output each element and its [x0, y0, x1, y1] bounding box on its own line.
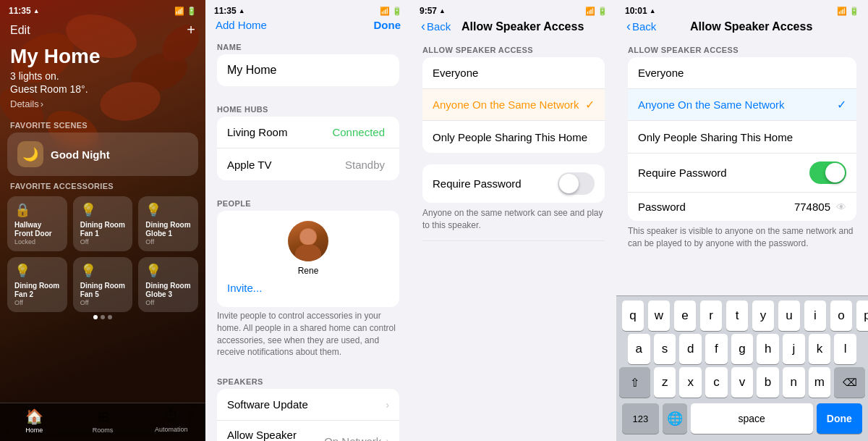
battery-icon-p4: 🔋 — [849, 7, 859, 16]
key-k[interactable]: k — [809, 334, 831, 364]
hub-apple-tv-row[interactable]: Apple TV Standby — [217, 148, 399, 180]
accessory-icon-1: 💡 — [80, 202, 126, 218]
home-subtitle: 3 lights on. Guest Room 18°. — [10, 70, 195, 96]
require-password-toggle-p3[interactable] — [558, 172, 595, 195]
access-row-sharing-p4[interactable]: Only People Sharing This Home — [628, 121, 856, 153]
key-b[interactable]: b — [757, 367, 779, 398]
name-card: My Home — [217, 54, 399, 86]
key-h[interactable]: h — [757, 334, 779, 364]
key-c[interactable]: c — [705, 367, 728, 398]
hubs-section: HOME HUBS Living Room Connected Apple TV… — [205, 101, 411, 180]
add-home-button-p2[interactable]: Add Home — [216, 19, 267, 31]
checkmark-icon-p4: ✓ — [837, 98, 846, 112]
name-section-header: NAME — [205, 38, 411, 54]
add-home-button[interactable]: + — [187, 22, 195, 38]
require-password-toggle-p4[interactable] — [809, 161, 846, 184]
avatar-image — [288, 221, 328, 261]
done-button-p2[interactable]: Done — [374, 19, 401, 31]
panel-speaker-access-keyboard: 10:01 ▲ 📶 🔋 ‹ Back Allow Speaker Access … — [616, 0, 868, 441]
accessory-name-5: Dining RoomGlobe 3 — [145, 282, 191, 299]
key-p[interactable]: p — [856, 301, 868, 331]
software-update-row[interactable]: Software Update › — [217, 389, 399, 421]
password-desc-p4: This speaker is visible to anyone on the… — [616, 221, 868, 257]
key-e[interactable]: e — [674, 301, 696, 331]
access-row-everyone-p3[interactable]: Everyone — [422, 57, 605, 89]
key-s[interactable]: s — [654, 334, 676, 364]
back-button-p4[interactable]: ‹ Back — [626, 19, 656, 34]
edit-button[interactable]: Edit — [10, 24, 30, 37]
delete-key[interactable]: ⌫ — [834, 367, 865, 398]
accessory-card-2[interactable]: 💡 Dining RoomGlobe 1 Off — [138, 196, 198, 251]
keyboard-bottom-row: 123 🌐 space Done — [616, 400, 868, 437]
key-l[interactable]: l — [834, 334, 856, 364]
access-row-everyone-p4[interactable]: Everyone — [628, 57, 856, 89]
password-row-p4: Password 774805 👁 — [628, 192, 856, 221]
numbers-key[interactable]: 123 — [622, 403, 659, 434]
tab-bar: 🏠 Home ⊞ Rooms ⏱ Automation — [0, 403, 205, 441]
key-y[interactable]: y — [752, 301, 774, 331]
status-icons-panel3: 📶 🔋 — [585, 7, 608, 16]
status-bar-panel3: 9:57 ▲ 📶 🔋 — [411, 0, 616, 19]
key-v[interactable]: v — [731, 367, 754, 398]
status-bar-panel2: 11:35 ▲ 📶 🔋 — [205, 0, 411, 19]
key-u[interactable]: u — [778, 301, 800, 331]
people-section-header: PEOPLE — [205, 195, 411, 211]
accessory-card-4[interactable]: 💡 Dining RoomFan 5 Off — [73, 257, 133, 312]
key-d[interactable]: d — [679, 334, 702, 364]
accessory-card-5[interactable]: 💡 Dining RoomGlobe 3 Off — [138, 257, 198, 312]
divider-p3 — [422, 240, 605, 241]
shift-key[interactable]: ⇧ — [619, 367, 650, 398]
signal-icon: ▲ — [33, 7, 40, 14]
key-x[interactable]: x — [679, 367, 702, 398]
eye-icon-p4[interactable]: 👁 — [836, 201, 846, 213]
hub-apple-tv-label: Apple TV — [227, 159, 345, 171]
chevron-right-icon-asa: › — [386, 435, 389, 441]
key-i[interactable]: i — [804, 301, 826, 331]
key-f[interactable]: f — [705, 334, 728, 364]
hub-living-room-row[interactable]: Living Room Connected — [217, 117, 399, 148]
accessory-card-1[interactable]: 💡 Dining RoomFan 1 Off — [73, 196, 133, 251]
done-keyboard-button[interactable]: Done — [817, 403, 862, 434]
accessory-status-2: Off — [145, 238, 191, 245]
accessory-card-3[interactable]: 💡 Dining RoomFan 2 Off — [7, 257, 67, 312]
key-a[interactable]: a — [628, 334, 650, 364]
accessory-card-0[interactable]: 🔒 HallwayFront Door Locked — [7, 196, 67, 251]
key-w[interactable]: w — [648, 301, 670, 331]
home-name-field: My Home — [227, 62, 276, 78]
invite-link[interactable]: Invite... — [227, 276, 389, 297]
key-g[interactable]: g — [731, 334, 754, 364]
emoji-key[interactable]: 🌐 — [663, 403, 687, 434]
tab-rooms[interactable]: ⊞ Rooms — [69, 408, 137, 434]
access-sharing-label-p3: Only People Sharing This Home — [433, 131, 595, 143]
tab-automation[interactable]: ⏱ Automation — [137, 408, 205, 434]
scene-card-good-night[interactable]: 🌙 Good Night — [7, 133, 198, 176]
hubs-section-header: HOME HUBS — [205, 101, 411, 117]
home-details[interactable]: Details › — [10, 98, 195, 109]
key-t[interactable]: t — [726, 301, 748, 331]
tab-home[interactable]: 🏠 Home — [0, 408, 69, 434]
back-button-p3[interactable]: ‹ Back — [421, 19, 451, 34]
accessory-status-3: Off — [14, 299, 60, 306]
access-section-header-p3: ALLOW SPEAKER ACCESS — [411, 40, 616, 57]
access-row-same-network-p4[interactable]: Anyone On the Same Network ✓ — [628, 89, 856, 121]
access-same-network-label-p4: Anyone On the Same Network — [638, 98, 837, 111]
access-row-sharing-p3[interactable]: Only People Sharing This Home — [422, 121, 605, 153]
speakers-section: SPEAKERS Software Update › Allow Speaker… — [205, 373, 411, 441]
status-time-panel2: 11:35 ▲ — [214, 6, 245, 16]
allow-speaker-access-row[interactable]: Allow Speaker Access On Network › — [217, 421, 399, 441]
rooms-tab-icon: ⊞ — [97, 408, 109, 425]
key-n[interactable]: n — [783, 367, 805, 398]
space-key[interactable]: space — [691, 403, 813, 434]
access-row-same-network-p3[interactable]: Anyone On the Same Network ✓ — [422, 89, 605, 121]
home-name-row[interactable]: My Home — [217, 54, 399, 86]
key-z[interactable]: z — [654, 367, 676, 398]
key-q[interactable]: q — [622, 301, 644, 331]
require-password-label-p3: Require Password — [433, 177, 558, 190]
panel2-scroll: NAME My Home HOME HUBS Living Room Conne… — [205, 38, 411, 441]
person-item-rene[interactable]: Rene — [227, 221, 389, 276]
key-m[interactable]: m — [809, 367, 831, 398]
key-j[interactable]: j — [783, 334, 805, 364]
key-r[interactable]: r — [700, 301, 722, 331]
key-o[interactable]: o — [830, 301, 852, 331]
panel3-scroll: ALLOW SPEAKER ACCESS Everyone Anyone On … — [411, 40, 616, 441]
